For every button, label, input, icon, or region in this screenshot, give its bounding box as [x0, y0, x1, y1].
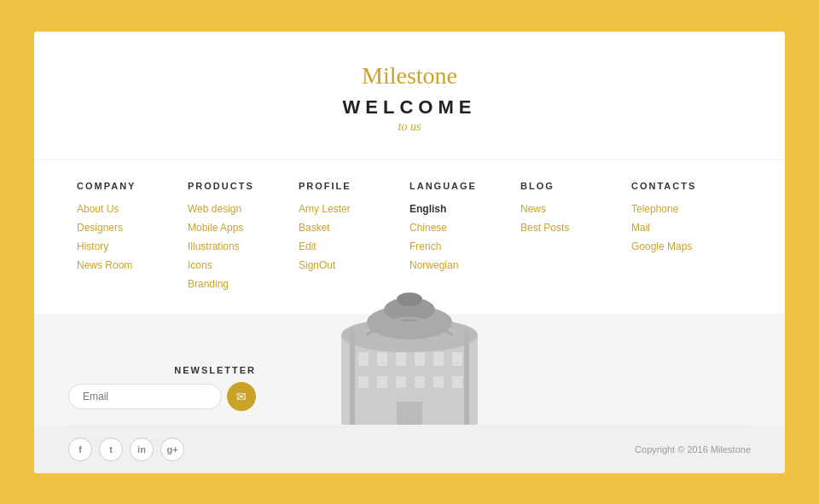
header: Milestone WELCOME to us	[34, 32, 785, 159]
nav-link-company-designers[interactable]: Designers	[77, 222, 188, 234]
nav-col-title-profile: PROFILE	[299, 181, 410, 191]
svg-point-4	[397, 293, 422, 306]
mail-icon: ✉	[236, 390, 247, 403]
social-icons: fting+	[68, 437, 184, 461]
nav-link-company-news-room[interactable]: News Room	[77, 259, 188, 271]
svg-rect-14	[415, 376, 425, 388]
svg-rect-13	[396, 376, 406, 388]
newsletter-section: NEWSLETTER ✉	[68, 365, 256, 411]
nav-link-profile-amy-lester[interactable]: Amy Lester	[299, 203, 410, 215]
svg-rect-9	[433, 352, 444, 366]
nav-col-profile: PROFILEAmy LesterBasketEditSignOut	[299, 181, 410, 297]
svg-rect-15	[433, 376, 444, 388]
svg-rect-17	[397, 402, 422, 425]
copyright: Copyright © 2016 Milestone	[635, 444, 751, 455]
welcome-title: WELCOME	[68, 96, 751, 119]
social-icon-linkedin[interactable]: in	[130, 437, 154, 461]
nav-col-contacts: CONTACTSTelephoneMailGoogle Maps	[631, 181, 742, 297]
newsletter-submit-button[interactable]: ✉	[227, 382, 256, 411]
welcome-subtitle: to us	[68, 120, 751, 134]
social-icon-twitter[interactable]: t	[99, 437, 123, 461]
bottom-wrapper: NEWSLETTER ✉ fting+ Copyright © 2016 Mil…	[34, 314, 785, 473]
svg-rect-12	[377, 376, 387, 388]
nav-link-products-web-design[interactable]: Web design	[188, 203, 299, 215]
nav-link-language-french[interactable]: French	[410, 240, 520, 252]
nav-link-contacts-telephone[interactable]: Telephone	[631, 203, 742, 215]
nav-col-title-language: LANGUAGE	[410, 181, 520, 191]
nav-col-title-company: COMPANY	[77, 181, 188, 191]
nav-link-blog-news[interactable]: News	[520, 203, 631, 215]
newsletter-form: ✉	[68, 382, 256, 411]
nav-link-language-chinese[interactable]: Chinese	[410, 222, 520, 234]
social-icon-googleplus[interactable]: g+	[160, 437, 184, 461]
nav-link-profile-signout[interactable]: SignOut	[299, 259, 410, 271]
nav-link-products-branding[interactable]: Branding	[188, 278, 299, 290]
nav-col-title-products: PRODUCTS	[188, 181, 299, 191]
svg-rect-19	[464, 331, 469, 425]
building-illustration	[316, 293, 503, 425]
nav-col-blog: BLOGNewsBest Posts	[520, 181, 631, 297]
svg-rect-11	[358, 376, 369, 388]
nav-col-title-blog: BLOG	[520, 181, 631, 191]
svg-rect-8	[415, 352, 425, 366]
svg-rect-7	[396, 352, 406, 366]
svg-rect-10	[452, 352, 462, 366]
nav-link-contacts-google-maps[interactable]: Google Maps	[631, 240, 742, 252]
newsletter-email-input[interactable]	[68, 384, 222, 409]
nav-link-company-about-us[interactable]: About Us	[77, 203, 188, 215]
svg-rect-16	[452, 376, 462, 388]
footer-bar: fting+ Copyright © 2016 Milestone	[34, 426, 785, 473]
logo: Milestone	[68, 62, 751, 90]
nav-link-profile-edit[interactable]: Edit	[299, 240, 410, 252]
nav-link-products-mobile-apps[interactable]: Mobile Apps	[188, 222, 299, 234]
nav-link-products-icons[interactable]: Icons	[188, 259, 299, 271]
svg-rect-6	[377, 352, 387, 366]
bottom-content: NEWSLETTER ✉	[34, 314, 785, 425]
nav-col-company: COMPANYAbout UsDesignersHistoryNews Room	[77, 181, 188, 297]
nav-link-company-history[interactable]: History	[77, 240, 188, 252]
nav-col-language: LANGUAGEEnglishChineseFrenchNorwegian	[410, 181, 520, 297]
nav-section: COMPANYAbout UsDesignersHistoryNews Room…	[34, 159, 785, 314]
nav-col-products: PRODUCTSWeb designMobile AppsIllustratio…	[188, 181, 299, 297]
nav-col-title-contacts: CONTACTS	[631, 181, 742, 191]
nav-link-blog-best-posts[interactable]: Best Posts	[520, 222, 631, 234]
nav-link-contacts-mail[interactable]: Mail	[631, 222, 742, 234]
nav-link-language-english[interactable]: English	[410, 203, 520, 215]
newsletter-title: NEWSLETTER	[174, 365, 256, 375]
svg-rect-5	[358, 352, 369, 366]
nav-link-products-illustrations[interactable]: Illustrations	[188, 240, 299, 252]
nav-link-language-norwegian[interactable]: Norwegian	[410, 259, 520, 271]
page-wrapper: Milestone WELCOME to us COMPANYAbout UsD…	[34, 32, 785, 473]
social-icon-facebook[interactable]: f	[68, 437, 92, 461]
nav-link-profile-basket[interactable]: Basket	[299, 222, 410, 234]
svg-rect-18	[350, 331, 355, 425]
